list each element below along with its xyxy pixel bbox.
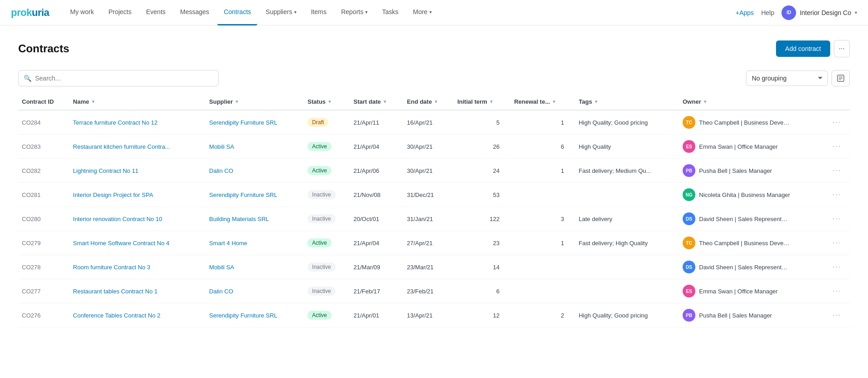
cell-start-date: 21/Apr/04 xyxy=(350,231,403,255)
cell-status: Active xyxy=(304,135,350,159)
th-renewal-term[interactable]: Renewal te... ▼ xyxy=(511,94,575,110)
tags-filter-icon: ▼ xyxy=(594,99,598,104)
cell-status: Inactive xyxy=(304,207,350,231)
nav-item-suppliers[interactable]: Suppliers ▾ xyxy=(259,0,302,25)
name-filter-icon: ▼ xyxy=(91,99,96,104)
row-more-button[interactable]: ··· xyxy=(832,191,841,198)
search-input[interactable] xyxy=(18,70,219,86)
cell-supplier: Smart 4 Home xyxy=(205,231,304,255)
cell-initial-term: 23 xyxy=(454,231,511,255)
supplier-link[interactable]: Dalin CO xyxy=(209,167,233,174)
cell-start-date: 21/Apr/01 xyxy=(350,303,403,328)
logo[interactable]: prokuria xyxy=(11,7,49,19)
contract-name-link[interactable]: Interior Design Project for SPA xyxy=(73,192,153,198)
cell-owner: ES Emma Swan | Office Manager xyxy=(679,279,829,303)
cell-actions: ··· xyxy=(829,279,850,303)
row-more-button[interactable]: ··· xyxy=(832,166,841,174)
table-row: CO282 Lightning Contract No 11 Dalin CO … xyxy=(18,159,850,183)
th-tags[interactable]: Tags ▼ xyxy=(575,94,679,110)
cell-actions: ··· xyxy=(829,231,850,255)
contract-name-link[interactable]: Conference Tables Contract No 2 xyxy=(73,312,160,319)
table-header: Contract ID Name ▼ Supplier ▼ Status ▼ S… xyxy=(18,94,850,110)
th-supplier[interactable]: Supplier ▼ xyxy=(205,94,304,110)
cell-initial-term: 12 xyxy=(454,303,511,328)
contract-name-link[interactable]: Smart Home Software Contract No 4 xyxy=(73,240,169,247)
row-more-button[interactable]: ··· xyxy=(832,118,841,126)
nav-help-link[interactable]: Help xyxy=(761,9,774,16)
contract-name-link[interactable]: Room furniture Contract No 3 xyxy=(73,264,150,271)
cell-tags xyxy=(575,279,679,303)
add-contract-button[interactable]: Add contract xyxy=(776,40,830,57)
contract-name-link[interactable]: Restaurant tables Contract No 1 xyxy=(73,288,158,295)
owner-name: Theo Campbell | Business Develop xyxy=(699,119,790,126)
nav-item-events[interactable]: Events xyxy=(140,0,172,25)
contract-name-link[interactable]: Interior renovation Contract No 10 xyxy=(73,216,162,222)
th-start-date[interactable]: Start date ▼ xyxy=(350,94,403,110)
toolbar: 🔍 No grouping By status By supplier By o… xyxy=(18,70,850,86)
cell-contract-id: CO281 xyxy=(18,183,69,207)
owner-avatar: NG xyxy=(683,188,695,201)
nav-item-more[interactable]: More ▾ xyxy=(407,0,438,25)
cell-initial-term: 122 xyxy=(454,207,511,231)
nav-apps-link[interactable]: +Apps xyxy=(735,9,754,16)
cell-initial-term: 14 xyxy=(454,255,511,279)
supplier-link[interactable]: Serendipity Furniture SRL xyxy=(209,119,277,126)
supplier-link[interactable]: Mobili SA xyxy=(209,264,234,271)
supplier-link[interactable]: Serendipity Furniture SRL xyxy=(209,312,277,319)
owner-avatar: PB xyxy=(683,309,695,322)
th-end-date[interactable]: End date ▼ xyxy=(403,94,454,110)
cell-supplier: Mobili SA xyxy=(205,135,304,159)
grouping-select[interactable]: No grouping By status By supplier By own… xyxy=(746,71,828,86)
supplier-link[interactable]: Dalin CO xyxy=(209,288,233,295)
supplier-link[interactable]: Smart 4 Home xyxy=(209,240,247,247)
cell-owner: ES Emma Swan | Office Manager xyxy=(679,135,829,159)
contract-name-link[interactable]: Terrace furniture Contract No 12 xyxy=(73,119,158,126)
supplier-link[interactable]: Mobili SA xyxy=(209,143,234,150)
nav-item-reports[interactable]: Reports ▾ xyxy=(335,0,374,25)
cell-owner: TC Theo Campbell | Business Develop xyxy=(679,231,829,255)
cell-status: Inactive xyxy=(304,279,350,303)
owner-filter-icon: ▼ xyxy=(703,99,707,104)
cell-renewal-term xyxy=(511,183,575,207)
cell-actions: ··· xyxy=(829,159,850,183)
status-badge: Active xyxy=(307,142,332,151)
nav-user-menu[interactable]: ID Interior Design Co ▾ xyxy=(781,5,857,20)
navbar: prokuria My work Projects Events Message… xyxy=(0,0,868,25)
nav-item-projects[interactable]: Projects xyxy=(102,0,138,25)
th-name[interactable]: Name ▼ xyxy=(69,94,205,110)
cell-supplier: Dalin CO xyxy=(205,159,304,183)
row-more-button[interactable]: ··· xyxy=(832,215,841,222)
th-owner[interactable]: Owner ▼ xyxy=(679,94,829,110)
export-icon xyxy=(837,74,845,82)
owner-name: Pusha Bell | Sales Manager xyxy=(699,167,772,174)
cell-name: Interior renovation Contract No 10 xyxy=(69,207,205,231)
export-button[interactable] xyxy=(832,70,850,86)
th-status[interactable]: Status ▼ xyxy=(304,94,350,110)
contract-name-link[interactable]: Restaurant kitchen furniture Contra... xyxy=(73,143,170,150)
th-contract-id[interactable]: Contract ID xyxy=(18,94,69,110)
supplier-link[interactable]: Serendipity Furniture SRL xyxy=(209,192,277,198)
contract-name-link[interactable]: Lightning Contract No 11 xyxy=(73,167,138,174)
cell-actions: ··· xyxy=(829,110,850,135)
cell-supplier: Serendipity Furniture SRL xyxy=(205,110,304,135)
row-more-button[interactable]: ··· xyxy=(832,239,841,247)
nav-item-messages[interactable]: Messages xyxy=(174,0,216,25)
cell-owner: PB Pusha Bell | Sales Manager xyxy=(679,303,829,328)
row-more-button[interactable]: ··· xyxy=(832,263,841,271)
nav-item-my-work[interactable]: My work xyxy=(64,0,100,25)
cell-contract-id: CO282 xyxy=(18,159,69,183)
owner-name: Emma Swan | Office Manager xyxy=(699,288,778,295)
row-more-button[interactable]: ··· xyxy=(832,311,841,319)
nav-item-contracts[interactable]: Contracts xyxy=(217,0,257,25)
row-more-button[interactable]: ··· xyxy=(832,142,841,150)
cell-renewal-term: 6 xyxy=(511,135,575,159)
cell-end-date: 31/Jan/21 xyxy=(403,207,454,231)
cell-renewal-term: 2 xyxy=(511,303,575,328)
th-initial-term[interactable]: Initial term ▼ xyxy=(454,94,511,110)
row-more-button[interactable]: ··· xyxy=(832,287,841,295)
page-more-button[interactable]: ··· xyxy=(834,40,850,57)
supplier-link[interactable]: Building Materials SRL xyxy=(209,216,269,222)
nav-item-items[interactable]: Items xyxy=(305,0,333,25)
cell-contract-id: CO278 xyxy=(18,255,69,279)
nav-item-tasks[interactable]: Tasks xyxy=(376,0,405,25)
